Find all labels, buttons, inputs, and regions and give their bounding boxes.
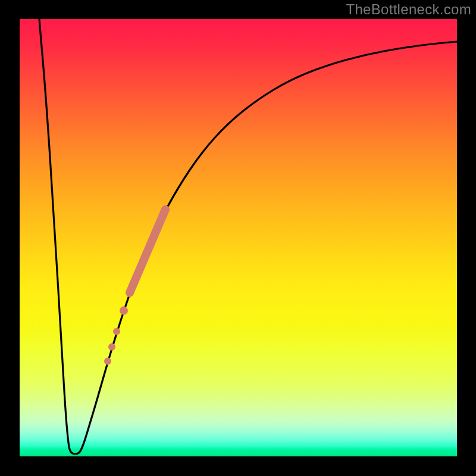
highlight-segment (130, 209, 165, 293)
highlight-dot (120, 306, 128, 315)
plot-area (20, 19, 457, 456)
highlight-dot (104, 358, 111, 365)
bottleneck-curve (39, 19, 457, 454)
chart-frame: TheBottleneck.com (0, 0, 476, 476)
highlight-dot (113, 328, 120, 335)
highlight-dot (108, 343, 115, 350)
watermark-text: TheBottleneck.com (346, 1, 471, 18)
curve-svg (20, 19, 457, 456)
